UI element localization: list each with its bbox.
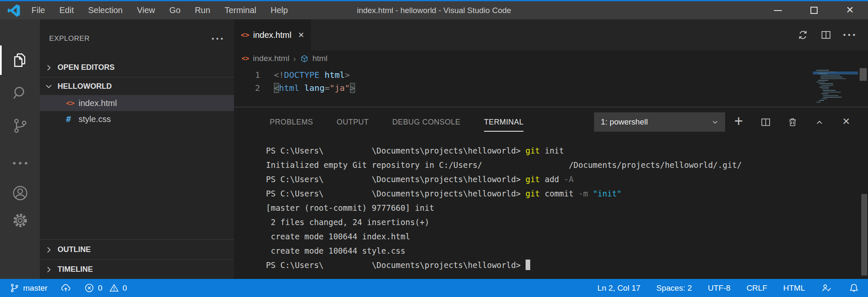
- terminal-scrollbar[interactable]: [861, 194, 867, 276]
- accounts-button[interactable]: [0, 180, 40, 206]
- notifications-button[interactable]: [848, 282, 860, 294]
- terminal-text-segment: -m: [579, 189, 588, 198]
- status-language-mode[interactable]: HTML: [783, 284, 805, 293]
- panel-tab-output[interactable]: OUTPUT: [337, 118, 368, 127]
- close-button[interactable]: ×: [832, 1, 868, 19]
- menu-item-selection[interactable]: Selection: [81, 1, 130, 19]
- chevron-down-icon: [710, 117, 720, 127]
- tab-index-html[interactable]: <> index.html ×: [234, 19, 311, 50]
- outline-section[interactable]: OUTLINE: [40, 239, 234, 260]
- terminal-text-segment: init: [540, 146, 564, 155]
- warning-icon: [109, 283, 119, 293]
- kill-terminal-button[interactable]: [779, 117, 806, 128]
- terminal-text-segment: 2 files changed, 24 insertions(+): [266, 217, 429, 227]
- terminal-text-segment: PS C:\Users\ \Documents\projects\hellowo…: [266, 260, 526, 270]
- status-cursor-position[interactable]: Ln 2, Col 17: [597, 284, 640, 293]
- file-item-index-html[interactable]: <>index.html: [40, 95, 234, 111]
- bottom-panel: PROBLEMSOUTPUTDEBUG CONSOLETERMINAL 1: p…: [234, 107, 868, 279]
- sidebar-item-explorer[interactable]: [0, 48, 40, 73]
- sidebar-item-source-control[interactable]: [0, 113, 40, 138]
- code-token: html: [279, 83, 299, 93]
- split-editor-icon[interactable]: [820, 29, 832, 41]
- search-icon: [11, 84, 29, 102]
- minimize-button[interactable]: [760, 1, 796, 19]
- folder-section-helloworld[interactable]: HELLOWORLD: [40, 77, 234, 95]
- code-line: 2<html lang="ja">: [234, 82, 868, 95]
- maximize-panel-button[interactable]: [806, 117, 833, 128]
- status-encoding[interactable]: UTF-8: [708, 284, 731, 293]
- open-editors-section[interactable]: OPEN EDITORS: [40, 58, 234, 77]
- editor-tab-bar: <> index.html × ···: [234, 19, 868, 50]
- split-terminal-button[interactable]: [752, 117, 779, 128]
- code-token: >: [350, 83, 355, 93]
- explorer-files-icon: [11, 51, 29, 69]
- timeline-section[interactable]: TIMELINE: [40, 260, 234, 279]
- panel-header: PROBLEMSOUTPUTDEBUG CONSOLETERMINAL 1: p…: [234, 107, 868, 137]
- terminal-line: 2 files changed, 24 insertions(+): [266, 215, 868, 229]
- minimap-line: [821, 77, 842, 77]
- feedback-button[interactable]: [821, 282, 832, 294]
- editor-scrollbar-slider[interactable]: [860, 68, 867, 81]
- open-editors-label: OPEN EDITORS: [58, 63, 115, 72]
- status-indentation[interactable]: Spaces: 2: [656, 284, 692, 293]
- minimap-line: [819, 83, 833, 84]
- code-text: <html lang="ja">: [260, 82, 355, 95]
- terminal-text-segment: -A: [564, 175, 573, 184]
- html-file-icon: <>: [66, 99, 79, 107]
- window-controls: ×: [760, 1, 868, 19]
- settings-button[interactable]: [0, 208, 40, 233]
- tab-close-icon[interactable]: ×: [298, 30, 304, 40]
- status-right-items: Ln 2, Col 17Spaces: 2UTF-8CRLFHTML: [597, 284, 805, 293]
- status-bar: master 0 0 Ln 2, Col 17Spaces: 2UTF-8CRL…: [0, 279, 868, 297]
- file-item-style-css[interactable]: #style.css: [40, 111, 234, 127]
- settings-gear-icon: [11, 212, 29, 229]
- branch-indicator[interactable]: master: [9, 283, 47, 293]
- breadcrumb-file[interactable]: index.html: [253, 54, 289, 63]
- minimize-icon: [774, 10, 782, 11]
- terminal-text-segment: PS C:\Users\ \Documents\projects\hellowo…: [266, 146, 526, 155]
- maximize-icon: [810, 7, 818, 14]
- breadcrumb-symbol[interactable]: html: [313, 54, 328, 63]
- terminal-text-segment: add: [540, 175, 564, 184]
- open-changes-icon[interactable]: [797, 29, 809, 41]
- terminal-text-segment: PS C:\Users\ \Documents\projects\hellowo…: [266, 175, 526, 184]
- chevron-right-icon: [43, 62, 54, 73]
- menu-item-edit[interactable]: Edit: [52, 1, 81, 19]
- minimap-line: [823, 95, 838, 96]
- symbol-element-icon: [300, 54, 309, 63]
- menu-item-help[interactable]: Help: [263, 1, 295, 19]
- panel-tab-problems[interactable]: PROBLEMS: [270, 118, 313, 127]
- editor-scrollbar[interactable]: [858, 66, 868, 107]
- panel-tab-terminal[interactable]: TERMINAL: [484, 118, 523, 127]
- trash-icon: [787, 117, 798, 128]
- terminal-text-segment: [588, 189, 592, 198]
- menu-item-go[interactable]: Go: [162, 1, 188, 19]
- minimap-line: [819, 100, 824, 101]
- terminal-text-segment: "init": [593, 189, 622, 198]
- code-line: 1<!DOCTYPE html>: [234, 69, 868, 82]
- sidebar-item-search[interactable]: [0, 80, 40, 106]
- sidebar-item-more-views[interactable]: [0, 151, 40, 176]
- minimap[interactable]: [816, 70, 857, 103]
- code-editor[interactable]: 1<!DOCTYPE html>2<html lang="ja">: [234, 66, 868, 107]
- terminal-text-segment: create mode 100644 style.css: [266, 246, 405, 255]
- publish-changes-button[interactable]: [60, 282, 71, 294]
- terminal-cursor: [526, 260, 530, 270]
- terminal-line: PS C:\Users\ \Documents\projects\hellowo…: [266, 172, 868, 186]
- activity-bar: [0, 19, 40, 279]
- maximize-button[interactable]: [796, 1, 832, 19]
- status-eol-sequence[interactable]: CRLF: [747, 284, 768, 293]
- panel-tab-debug-console[interactable]: DEBUG CONSOLE: [392, 118, 460, 127]
- minimap-line: [823, 90, 836, 91]
- menu-item-view[interactable]: View: [130, 1, 162, 19]
- terminal-text-segment: Initialized empty Git repository in C:/U…: [266, 160, 742, 170]
- terminal-line: create mode 100644 index.html: [266, 229, 868, 244]
- menu-item-run[interactable]: Run: [188, 1, 218, 19]
- problems-indicator[interactable]: 0 0: [84, 283, 127, 293]
- chevron-right-icon: [43, 264, 54, 275]
- code-token: "ja": [329, 83, 350, 93]
- terminal-shell-select[interactable]: 1: powershell: [594, 112, 725, 132]
- menu-item-file[interactable]: File: [24, 1, 52, 19]
- terminal-output[interactable]: PS C:\Users\ \Documents\projects\hellowo…: [234, 137, 868, 279]
- menu-item-terminal[interactable]: Terminal: [217, 1, 263, 19]
